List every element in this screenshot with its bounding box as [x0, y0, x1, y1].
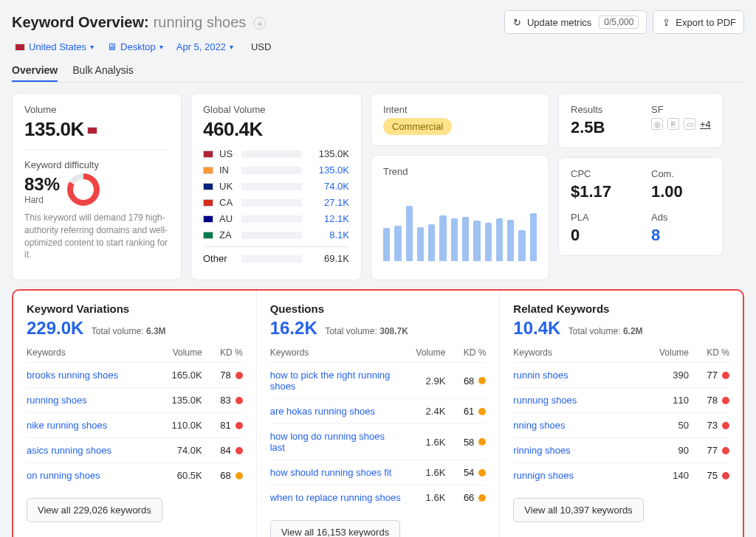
flag-icon: [15, 44, 25, 51]
keyword-link[interactable]: asics running shoes: [27, 445, 158, 456]
keyword-volume: 165.0K: [158, 370, 202, 381]
keyword-link[interactable]: runnign shoes: [513, 470, 645, 481]
keyword-link[interactable]: runnung shoes: [513, 395, 645, 406]
export-pdf-button[interactable]: ⇪ Export to PDF: [653, 10, 744, 34]
keyword-row: how should running shoes fit 1.6K 54: [270, 460, 487, 485]
tab-overview[interactable]: Overview: [12, 60, 58, 82]
country-volume: 74.0K: [308, 181, 349, 192]
keyword-volume: 74.0K: [158, 445, 202, 456]
volume-bar: [241, 167, 302, 174]
total-volume: Total volume: 308.7K: [325, 326, 408, 336]
kd-dot-icon: [478, 494, 486, 502]
keyword-link[interactable]: on running shoes: [27, 470, 158, 481]
global-volume-row[interactable]: IN 135.0K: [203, 164, 349, 176]
keyword-link[interactable]: nning shoes: [513, 420, 645, 431]
column-count[interactable]: 229.0K: [27, 318, 83, 339]
column-count[interactable]: 16.2K: [270, 318, 317, 339]
keyword-link[interactable]: how long do running shoes last: [270, 431, 402, 453]
keyword-link[interactable]: nike running shoes: [27, 420, 158, 431]
keyword-link[interactable]: are hokas running shoes: [270, 406, 402, 417]
tab-bulk-analysis[interactable]: Bulk Analysis: [72, 60, 133, 82]
keyword-kd: 83: [202, 395, 243, 406]
country-volume: 12.1K: [308, 213, 349, 224]
cpc-label: CPC: [571, 168, 630, 179]
table-header: KeywordsVolumeKD %: [270, 347, 487, 362]
global-volume-row[interactable]: UK 74.0K: [203, 181, 349, 192]
kd-dot-icon: [478, 438, 486, 446]
trend-bar: [428, 224, 435, 261]
export-icon: ⇪: [661, 17, 671, 27]
keyword-link[interactable]: running shoes: [27, 395, 158, 406]
keyword-row: rinning shoes 90 77: [513, 437, 729, 462]
serp-features[interactable]: ◎ ⎘ ▭ +4: [651, 118, 711, 130]
trend-bar: [485, 223, 492, 261]
other-label: Other: [203, 253, 236, 264]
country-code: US: [219, 148, 236, 159]
keyword-volume: 2.4K: [401, 406, 445, 417]
keyword-row: when to replace running shoes 1.6K 66: [270, 485, 487, 510]
view-all-button[interactable]: View all 229,026 keywords: [27, 498, 162, 522]
trend-bar: [462, 217, 469, 261]
keyword-row: runnung shoes 110 78: [513, 387, 729, 412]
keyword-volume: 1.6K: [401, 437, 445, 448]
add-keyword-icon[interactable]: +: [253, 17, 266, 30]
kd-dot-icon: [722, 447, 729, 454]
desktop-icon: 🖥: [107, 41, 117, 52]
keyword-kd: 78: [689, 395, 729, 406]
keyword-link[interactable]: how to pick the right running shoes: [270, 370, 402, 392]
trend-bar: [473, 221, 480, 261]
keyword-volume: 50: [645, 420, 689, 431]
volume-bar: [241, 215, 302, 223]
keyword-link[interactable]: when to replace running shoes: [270, 492, 402, 503]
keyword-link[interactable]: runnin shoes: [513, 370, 645, 381]
keyword-kd: 73: [689, 420, 729, 431]
keyword-row: are hokas running shoes 2.4K 61: [270, 398, 487, 423]
keyword-volume: 110: [645, 395, 689, 406]
ads-value[interactable]: 8: [651, 226, 711, 245]
kd-value: 83%: [24, 174, 60, 195]
country-filter[interactable]: United States▾: [12, 41, 94, 52]
keyword-volume: 135.0K: [158, 395, 202, 406]
sf-more[interactable]: +4: [700, 119, 711, 130]
intent-card: Intent Commercial: [371, 93, 549, 146]
update-label: Update metrics: [527, 17, 591, 28]
keyword-kd: 68: [202, 470, 243, 481]
volume-bar: [241, 150, 302, 158]
volume-bar: [241, 255, 302, 263]
keyword-ideas-column: Keyword Variations 229.0K Total volume: …: [13, 291, 257, 537]
keyword-link[interactable]: brooks running shoes: [27, 370, 158, 381]
pla-value: 0: [571, 226, 630, 245]
keyword-row: runnin shoes 390 77: [513, 362, 729, 387]
results-value: 2.5B: [571, 118, 630, 137]
volume-value: 135.0K: [24, 118, 169, 141]
view-all-button[interactable]: View all 10,397 keywords: [513, 498, 643, 522]
global-volume-row[interactable]: AU 12.1K: [203, 213, 349, 224]
sf-local-icon: ◎: [651, 118, 663, 130]
page-title: Keyword Overview: running shoes +: [12, 14, 266, 31]
global-volume-row[interactable]: US 135.0K: [203, 148, 349, 159]
keyword-kd: 75: [689, 470, 729, 481]
sf-label: SF: [651, 104, 711, 115]
keyword-volume: 390: [645, 370, 689, 381]
trend-bar: [439, 215, 446, 261]
keyword-ideas-column: Related Keywords 10.4K Total volume: 6.2…: [500, 291, 743, 537]
date-filter[interactable]: Apr 5, 2022▾: [176, 41, 233, 52]
volume-bar: [241, 183, 302, 190]
device-filter[interactable]: 🖥 Desktop▾: [107, 41, 163, 52]
global-volume-row[interactable]: ZA 8.1K: [203, 229, 349, 240]
column-count[interactable]: 10.4K: [513, 318, 560, 339]
volume-bar: [241, 232, 302, 239]
keyword-link[interactable]: how should running shoes fit: [270, 467, 402, 478]
update-metrics-button[interactable]: ↻ Update metrics 0/5,000: [504, 10, 647, 34]
keyword-row: runnign shoes 140 75: [513, 462, 729, 488]
global-volume-row[interactable]: CA 27.1K: [203, 197, 349, 208]
flag-icon: [203, 183, 213, 190]
keyword-link[interactable]: rinning shoes: [513, 445, 645, 456]
cpc-card: CPC $1.17 Com. 1.00 PLA 0 Ads 8: [558, 157, 724, 256]
view-all-button[interactable]: View all 16,153 keywords: [270, 520, 400, 537]
sf-link-icon: ⎘: [667, 118, 679, 130]
trend-chart: [383, 180, 537, 261]
results-label: Results: [571, 104, 630, 115]
trend-bar: [417, 227, 424, 261]
global-volume-card: Global Volume 460.4K US 135.0K IN 135.0K…: [190, 93, 362, 280]
